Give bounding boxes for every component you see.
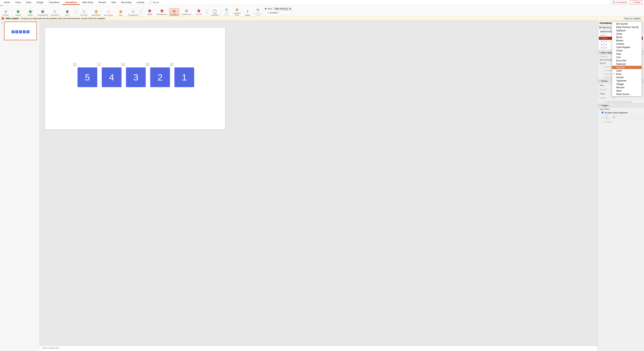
sound-option[interactable]: Explosion <box>612 62 642 66</box>
sound-option[interactable]: Cash Register <box>612 46 642 49</box>
exit-gallery: Appear Chequerboard Disappear Dissolve O… <box>144 7 204 16</box>
tab-slideshow[interactable]: Slide Show <box>80 0 96 5</box>
notes-area[interactable]: Click to add notes <box>40 346 598 351</box>
svg-point-16 <box>213 11 214 11</box>
tab-design[interactable]: Design <box>34 0 46 5</box>
radio-on-click[interactable] <box>601 116 604 118</box>
start-select[interactable]: After Previous <box>273 7 292 10</box>
tab-recording[interactable]: Recording <box>118 0 134 5</box>
svg-marker-19 <box>235 8 239 11</box>
clock-icon <box>603 43 605 46</box>
timing-duration-label: Duration: <box>600 88 614 91</box>
shape[interactable]: 4 <box>102 67 122 87</box>
sound-option[interactable]: Typewriter <box>612 79 642 82</box>
painter-icon <box>256 7 260 12</box>
slide-thumbnail[interactable]: 5 4 3 2 1 <box>4 21 37 40</box>
effect-options-button[interactable]: Effect Options <box>222 7 231 16</box>
sound-dropdown[interactable]: [No Sound][Stop Previous Sound]ApplauseA… <box>612 21 642 96</box>
path-animation-button[interactable]: Path Animation <box>210 7 220 16</box>
shape[interactable]: 2 <box>150 67 170 87</box>
shape[interactable]: 1 <box>174 67 194 87</box>
share-button[interactable]: ↗ Share <box>630 0 642 4</box>
anim-disappear[interactable]: Disappear <box>169 8 180 16</box>
preview-button[interactable]: Preview <box>1 8 10 16</box>
sound-option[interactable]: Whoosh <box>612 86 642 89</box>
red-star-icon: ✦ <box>606 37 607 39</box>
tab-home[interactable]: Home <box>2 0 13 5</box>
start-label: Start: <box>268 8 272 10</box>
sound-option[interactable]: Applause <box>612 29 642 32</box>
anim-fill-colour[interactable]: Fill Colour <box>79 9 89 16</box>
sound-option[interactable]: Drum Roll <box>612 59 642 62</box>
sound-option[interactable]: Voltage <box>612 82 642 86</box>
anim-fly-out[interactable]: Fly Out <box>194 8 204 15</box>
close-update-icon[interactable]: ✕ <box>2 17 4 20</box>
tab-animations[interactable]: Animations <box>62 0 80 5</box>
comments-button[interactable]: 💬 Comments <box>610 0 629 4</box>
sound-option[interactable]: [No Sound] <box>612 22 642 25</box>
anim-exit-appear[interactable]: Appear <box>144 8 155 15</box>
emphasis-more[interactable]: ◂▸ <box>140 7 142 16</box>
svg-marker-18 <box>225 8 228 11</box>
tab-transitions[interactable]: Transitions <box>46 0 62 5</box>
anim-dissolve-out[interactable]: Dissolve Out <box>181 8 192 15</box>
tell-me[interactable]: Tell me <box>149 1 159 4</box>
thumb-shape: 5 <box>12 30 14 33</box>
shape[interactable]: 5 <box>78 67 97 87</box>
sound-option[interactable]: Other Sound... <box>612 92 642 96</box>
svg-marker-7 <box>94 9 98 13</box>
anim-dissolve-in[interactable]: Dissolve In <box>50 9 60 16</box>
anim-line-colour[interactable]: Line Colour <box>103 9 114 16</box>
tab-review[interactable]: Review <box>96 0 108 5</box>
duration-label: Duration: <box>270 11 278 14</box>
anim-transparency[interactable]: Transparency <box>128 9 138 16</box>
sound-option[interactable]: Bomb <box>612 35 642 39</box>
anim-chequerboard[interactable]: Chequerboard <box>38 9 48 16</box>
anim-tag[interactable]: 1 <box>97 63 100 66</box>
sound-option[interactable]: [Stop Previous Sound] <box>612 25 642 29</box>
trigger-button[interactable]: Trigger <box>243 8 252 16</box>
sound-option[interactable]: ✓Push <box>612 72 642 76</box>
svg-marker-10 <box>131 9 135 13</box>
sound-option[interactable]: Arrow <box>612 32 642 35</box>
entrance-more[interactable]: ◂▸ <box>74 7 76 16</box>
sound-option[interactable]: Click <box>612 52 642 56</box>
slide-canvas[interactable]: 15 14 13 12 11 <box>45 28 225 129</box>
radio-click-sequence[interactable] <box>601 111 604 114</box>
exit-more[interactable]: ◂▸ <box>205 7 208 16</box>
svg-marker-14 <box>184 9 188 13</box>
chevron-down-icon: ▾ <box>600 80 600 82</box>
slide-thumbnails-panel: 1 ⁎★ 5 4 3 2 1 <box>0 20 40 351</box>
tab-insert[interactable]: Insert <box>13 0 24 5</box>
sound-option[interactable]: Chime <box>612 49 642 52</box>
tab-view[interactable]: View <box>108 0 118 5</box>
anim-spin[interactable]: Spin <box>116 9 126 16</box>
anim-grow-shrink[interactable]: Grow/Shrink <box>91 9 101 16</box>
sound-option[interactable]: Camera <box>612 42 642 46</box>
anim-exit-chequerboard[interactable]: Chequerboard <box>157 8 167 15</box>
anim-tag[interactable]: 1 <box>170 63 173 66</box>
anim-tag[interactable]: 1 <box>146 63 149 66</box>
sound-option[interactable]: Coin <box>612 56 642 59</box>
tab-draw[interactable]: Draw <box>24 0 34 5</box>
anim-appear[interactable]: Appear <box>13 9 23 16</box>
animation-pane-button[interactable]: Animation Pane <box>232 7 242 16</box>
duration-input[interactable] <box>279 11 292 14</box>
sound-option[interactable]: Laser <box>612 69 642 72</box>
check-updates-button[interactable]: Check for Updates <box>622 17 642 20</box>
triggers-header[interactable]: ▾Triggers <box>598 103 644 107</box>
sound-option[interactable]: Breeze <box>612 39 642 42</box>
anim-tag[interactable]: 1 <box>73 63 76 66</box>
anim-tag[interactable]: 1 <box>122 63 125 66</box>
sound-option[interactable]: Suction <box>612 76 642 79</box>
sound-option[interactable]: Hammer <box>612 66 642 69</box>
sound-option[interactable]: Wind <box>612 89 642 92</box>
anim-blinds[interactable]: Blinds <box>25 9 36 16</box>
anim-fly-in[interactable]: Fly In <box>62 9 72 16</box>
tab-acrobat[interactable]: Acrobat <box>134 0 147 5</box>
shape[interactable]: 3 <box>126 67 146 87</box>
svg-marker-5 <box>65 9 69 13</box>
svg-marker-0 <box>4 10 8 13</box>
animation-painter-button[interactable]: Animation Painter <box>253 7 262 16</box>
thumb-shape: 3 <box>19 30 22 33</box>
